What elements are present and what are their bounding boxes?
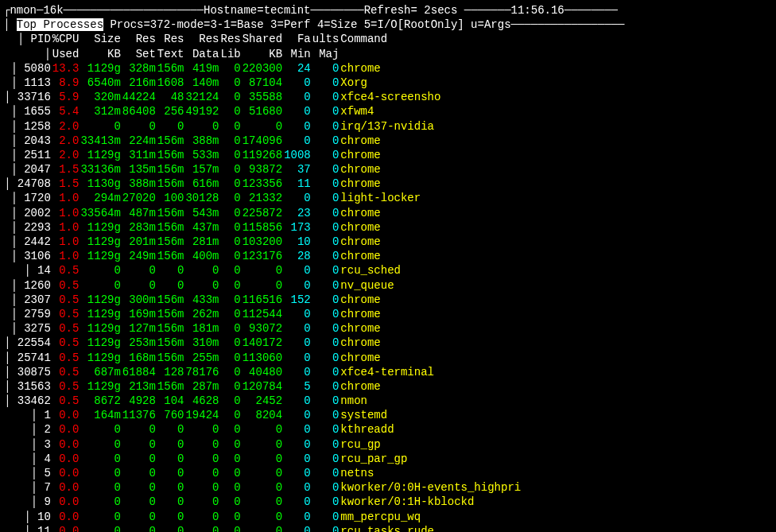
- res-lib-cell: 0: [219, 466, 241, 480]
- col-header: Command: [340, 32, 522, 46]
- faults-min-cell: 0: [283, 480, 312, 495]
- pid-cell: │ 7: [3, 480, 52, 495]
- res-text-cell: 0: [157, 278, 185, 293]
- res-lib-cell: 0: [219, 61, 241, 76]
- res-set-cell: 0: [122, 466, 157, 480]
- res-data-cell: 0: [184, 495, 219, 509]
- process-row: │ 30875 0.5 687m 61884 128 78176 0 40480…: [3, 365, 522, 379]
- process-row: │ 4 0.0 0 0 0 0 0 0 0 0 rcu_par_gp: [3, 452, 522, 466]
- shared-cell: 0: [242, 263, 283, 278]
- process-row: │ 1655 5.4 312m 86408 256 49192 0 51680 …: [3, 104, 522, 118]
- col-header: Res: [184, 32, 219, 46]
- size-cell: 0: [80, 119, 121, 134]
- pid-cell: │ 1258: [3, 119, 52, 134]
- process-row: │ 25741 0.5 1129g 168m 156m 255m 0 11306…: [3, 351, 522, 365]
- cpu-cell: 5.9: [52, 90, 80, 104]
- size-cell: 0: [80, 263, 121, 278]
- faults-maj-cell: 0: [312, 336, 340, 350]
- res-data-cell: 157m: [184, 162, 219, 177]
- pid-cell: │ 5: [3, 466, 52, 480]
- mode-legend: -mode=3-1=Base 3=Perf 4=Size 5=I/O[RootO…: [170, 18, 510, 31]
- res-text-cell: 128: [157, 365, 185, 379]
- res-lib-cell: 0: [219, 206, 241, 220]
- faults-min-cell: 0: [283, 263, 312, 278]
- col-header: Shared: [242, 32, 283, 46]
- command-cell: systemd: [340, 408, 522, 422]
- faults-maj-cell: 0: [312, 76, 340, 90]
- command-cell: chrome: [340, 134, 522, 148]
- faults-min-cell: 0: [283, 307, 312, 321]
- pid-cell: │ 2: [3, 422, 52, 437]
- res-text-cell: 100: [157, 191, 185, 205]
- cpu-cell: 0.0: [52, 524, 80, 532]
- process-row: │ 2002 1.0 33564m 487m 156m 543m 0 22587…: [3, 206, 522, 220]
- faults-min-cell: 0: [283, 524, 312, 532]
- cpu-cell: 1.0: [52, 206, 80, 220]
- procs-label: Procs=: [103, 18, 150, 31]
- faults-min-cell: 10: [283, 235, 312, 249]
- faults-maj-cell: 0: [312, 351, 340, 365]
- cpu-cell: 1.5: [52, 162, 80, 177]
- command-cell: irq/137-nvidia: [340, 119, 522, 134]
- res-text-cell: 156m: [157, 293, 185, 307]
- res-data-cell: 19424: [184, 408, 219, 422]
- res-lib-cell: 0: [219, 379, 241, 394]
- col-header: %CPU: [52, 32, 80, 46]
- res-text-cell: 156m: [157, 220, 185, 235]
- command-cell: chrome: [340, 177, 522, 191]
- faults-maj-cell: 0: [312, 191, 340, 205]
- col-subheader: Data: [184, 47, 219, 61]
- res-set-cell: 328m: [122, 61, 157, 76]
- res-lib-cell: 0: [219, 293, 241, 307]
- shared-cell: 93872: [242, 162, 283, 177]
- res-set-cell: 44224: [122, 90, 157, 104]
- faults-min-cell: 24: [283, 61, 312, 76]
- res-data-cell: 281m: [184, 235, 219, 249]
- header-row-2: │ Used KB Set Text Data Lib KB Min Maj: [3, 47, 522, 61]
- shared-cell: 0: [242, 510, 283, 524]
- process-row: │ 24708 1.5 1130g 388m 156m 616m 0 12335…: [3, 177, 522, 191]
- process-row: │ 1113 8.9 6540m 216m 1608 140m 0 87104 …: [3, 76, 522, 90]
- res-set-cell: 11376: [122, 408, 157, 422]
- shared-cell: 51680: [242, 104, 283, 118]
- cpu-cell: 0.5: [52, 365, 80, 379]
- shared-cell: 0: [242, 437, 283, 452]
- shared-cell: 87104: [242, 76, 283, 90]
- faults-maj-cell: 0: [312, 90, 340, 104]
- res-set-cell: 27020: [122, 191, 157, 205]
- cpu-cell: 0.5: [52, 336, 80, 350]
- pid-cell: │ 3106: [3, 249, 52, 263]
- faults-maj-cell: 0: [312, 408, 340, 422]
- res-set-cell: 169m: [122, 307, 157, 321]
- size-cell: 0: [80, 422, 121, 437]
- faults-maj-cell: 0: [312, 524, 340, 532]
- faults-min-cell: 1008: [283, 148, 312, 162]
- col-header: │ PID: [3, 32, 52, 46]
- faults-min-cell: 0: [283, 408, 312, 422]
- size-cell: 6540m: [80, 76, 121, 90]
- res-data-cell: 0: [184, 466, 219, 480]
- process-row: │ 7 0.0 0 0 0 0 0 0 0 0 kworker/0:0H-eve…: [3, 480, 522, 495]
- subtitle-line: │ Top Processes Procs=372-mode=3-1=Base …: [3, 17, 773, 32]
- pid-cell: │ 24708: [3, 177, 52, 191]
- size-cell: 0: [80, 437, 121, 452]
- res-data-cell: 140m: [184, 76, 219, 90]
- command-cell: chrome: [340, 351, 522, 365]
- res-text-cell: 156m: [157, 249, 185, 263]
- res-lib-cell: 0: [219, 452, 241, 466]
- res-lib-cell: 0: [219, 365, 241, 379]
- faults-min-cell: 0: [283, 76, 312, 90]
- res-set-cell: 4928: [122, 394, 157, 408]
- faults-min-cell: 0: [283, 90, 312, 104]
- cpu-cell: 0.0: [52, 510, 80, 524]
- process-row: │ 3275 0.5 1129g 127m 156m 181m 0 93072 …: [3, 321, 522, 336]
- cpu-cell: 2.0: [52, 119, 80, 134]
- size-cell: 0: [80, 480, 121, 495]
- res-data-cell: 388m: [184, 134, 219, 148]
- shared-cell: 112544: [242, 307, 283, 321]
- pid-cell: │ 33462: [3, 394, 52, 408]
- res-text-cell: 0: [157, 437, 185, 452]
- res-lib-cell: 0: [219, 148, 241, 162]
- process-row: │ 1720 1.0 294m 27020 100 30128 0 21332 …: [3, 191, 522, 205]
- shared-cell: 35588: [242, 90, 283, 104]
